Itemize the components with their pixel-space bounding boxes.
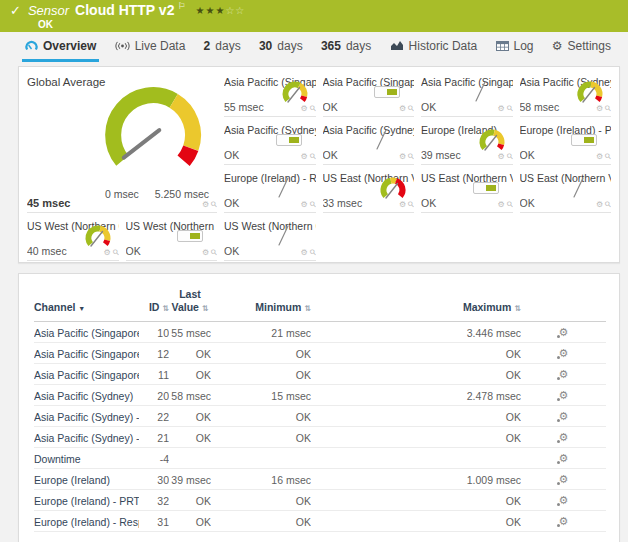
gear-icon[interactable]: ⚙: [300, 152, 307, 161]
sort-icon: ⇅: [202, 304, 209, 313]
channel-table: Channel ▼ ID ⇅ Last Value ⇅ Minimum ⇅ Ma…: [34, 274, 606, 532]
gear-icon[interactable]: ⚙: [103, 248, 110, 257]
cell-last-value: OK: [169, 427, 211, 448]
tab-number: 2: [204, 39, 211, 53]
channel-settings-icon[interactable]: ⚙: [559, 473, 569, 486]
table-row[interactable]: Asia Pacific (Singapore) 10 55 msec 21 m…: [34, 322, 606, 343]
channel-table-card: Channel ▼ ID ⇅ Last Value ⇅ Minimum ⇅ Ma…: [18, 273, 620, 542]
gear-icon[interactable]: ⚙: [399, 104, 406, 113]
gear-icon[interactable]: ⚙: [300, 104, 307, 113]
tab-2-days[interactable]: 2days: [201, 32, 244, 62]
tile-gauge-graphic: [473, 180, 499, 198]
cell-maximum: OK: [311, 511, 521, 532]
cell-minimum: OK: [211, 343, 311, 364]
cell-minimum: [211, 448, 311, 469]
gear-icon[interactable]: ⚙: [300, 200, 307, 209]
pin-icon[interactable]: ⚲: [406, 199, 414, 210]
table-row[interactable]: Downtime -4 ⚙: [34, 448, 606, 469]
gear-icon[interactable]: ⚙: [497, 200, 504, 209]
cell-channel: Europe (Ireland) - Respon...: [34, 511, 139, 532]
cell-id: 22: [139, 406, 169, 427]
cell-channel: Asia Pacific (Singapore) - ...: [34, 364, 139, 385]
pin-icon[interactable]: ⚲: [603, 199, 611, 210]
table-row[interactable]: Asia Pacific (Sydney) 20 58 msec 15 msec…: [34, 385, 606, 406]
tab-settings[interactable]: ⚙ Settings: [549, 32, 614, 62]
priority-flag-icon[interactable]: ⚐: [177, 0, 185, 14]
channel-settings-icon[interactable]: ⚙: [559, 389, 569, 402]
tab-overview[interactable]: Overview: [22, 32, 99, 62]
pin-icon[interactable]: ⚲: [603, 151, 611, 162]
gear-icon[interactable]: ⚙: [497, 104, 504, 113]
gear-icon[interactable]: ⚙: [300, 248, 307, 257]
cell-maximum: [311, 448, 521, 469]
prtg-sensor-page: ✓ Sensor Cloud HTTP v2 ⚐ ★★★☆☆ OK Overvi…: [0, 0, 628, 542]
pin-icon[interactable]: ⚲: [603, 103, 611, 114]
table-row[interactable]: Asia Pacific (Sydney) - Re... 21 OK OK O…: [34, 427, 606, 448]
tile-value: 55 msec: [224, 101, 264, 113]
cell-id: 20: [139, 385, 169, 406]
cell-maximum: 1.009 msec: [311, 469, 521, 490]
channel-settings-icon[interactable]: ⚙: [559, 347, 569, 360]
tab-30-days[interactable]: 30days: [256, 32, 306, 62]
gear-icon[interactable]: ⚙: [202, 200, 209, 209]
table-row[interactable]: Asia Pacific (Sydney) - PR... 22 OK OK O…: [34, 406, 606, 427]
tile-value: OK: [224, 149, 239, 161]
pin-icon[interactable]: ⚲: [406, 103, 414, 114]
pin-icon[interactable]: ⚲: [307, 199, 315, 210]
pin-icon[interactable]: ⚲: [504, 103, 512, 114]
gear-icon[interactable]: ⚙: [399, 152, 406, 161]
pin-icon[interactable]: ⚲: [406, 151, 414, 162]
cell-id: 11: [139, 364, 169, 385]
broadcast-icon: [115, 41, 130, 51]
sort-desc-icon: ▼: [78, 305, 85, 312]
channel-settings-icon[interactable]: ⚙: [559, 410, 569, 423]
tab-historic-data[interactable]: Historic Data: [387, 32, 481, 62]
table-row[interactable]: Europe (Ireland) - Respon... 31 OK OK OK…: [34, 511, 606, 532]
tab-365-days[interactable]: 365days: [318, 32, 374, 62]
tab-log[interactable]: Log: [493, 32, 537, 62]
gear-icon[interactable]: ⚙: [202, 248, 209, 257]
cell-maximum: 3.446 msec: [311, 322, 521, 343]
channel-settings-icon[interactable]: ⚙: [559, 368, 569, 381]
channel-settings-icon[interactable]: ⚙: [559, 515, 569, 528]
content-area: Global Average 0 msec 5.250 msec 45 msec…: [0, 62, 628, 542]
channel-settings-icon[interactable]: ⚙: [559, 431, 569, 444]
pin-icon[interactable]: ⚲: [307, 103, 315, 114]
sort-icon: ⇅: [304, 304, 311, 313]
table-row[interactable]: Europe (Ireland) 30 39 msec 16 msec 1.00…: [34, 469, 606, 490]
tile-gauge-graphic: [374, 84, 400, 102]
channel-settings-icon[interactable]: ⚙: [559, 452, 569, 465]
gear-icon[interactable]: ⚙: [596, 152, 603, 161]
cell-minimum: OK: [211, 511, 311, 532]
table-row[interactable]: Asia Pacific (Singapore) - ... 11 OK OK …: [34, 364, 606, 385]
gear-icon: ⚙: [552, 39, 563, 53]
tab-live-data[interactable]: Live Data: [112, 32, 189, 62]
pin-icon[interactable]: ⚲: [307, 247, 315, 258]
gear-icon[interactable]: ⚙: [596, 104, 603, 113]
pin-icon[interactable]: ⚲: [110, 247, 118, 258]
gear-icon[interactable]: ⚙: [497, 152, 504, 161]
gear-icon[interactable]: ⚙: [596, 200, 603, 209]
column-header-channel[interactable]: Channel ▼: [34, 274, 139, 322]
status-bar-indicator: [177, 230, 203, 242]
cell-channel: Asia Pacific (Sydney) - PR...: [34, 406, 139, 427]
column-header-last-value[interactable]: Last Value ⇅: [169, 274, 211, 322]
channel-settings-icon[interactable]: ⚙: [559, 326, 569, 339]
pin-icon[interactable]: ⚲: [209, 247, 217, 258]
table-row[interactable]: Europe (Ireland) - PRTG Cl... 32 OK OK O…: [34, 490, 606, 511]
cell-maximum: OK: [311, 364, 521, 385]
gauge-tile: US West (Northern California... OK ⚙⚲: [224, 213, 316, 261]
gauges-grid: Global Average 0 msec 5.250 msec 45 msec…: [27, 69, 611, 261]
pin-icon[interactable]: ⚲: [209, 199, 217, 210]
priority-stars[interactable]: ★★★☆☆: [196, 3, 246, 18]
column-header-maximum[interactable]: Maximum ⇅: [311, 274, 521, 322]
pin-icon[interactable]: ⚲: [307, 151, 315, 162]
channel-settings-icon[interactable]: ⚙: [559, 494, 569, 507]
column-header-id[interactable]: ID ⇅: [139, 274, 169, 322]
gear-icon[interactable]: ⚙: [399, 200, 406, 209]
gauge-tile: Asia Pacific (Singapore) - PR... OK ⚙⚲: [323, 69, 415, 117]
column-header-minimum[interactable]: Minimum ⇅: [211, 274, 311, 322]
table-row[interactable]: Asia Pacific (Singapore) - ... 12 OK OK …: [34, 343, 606, 364]
pin-icon[interactable]: ⚲: [504, 199, 512, 210]
pin-icon[interactable]: ⚲: [504, 151, 512, 162]
